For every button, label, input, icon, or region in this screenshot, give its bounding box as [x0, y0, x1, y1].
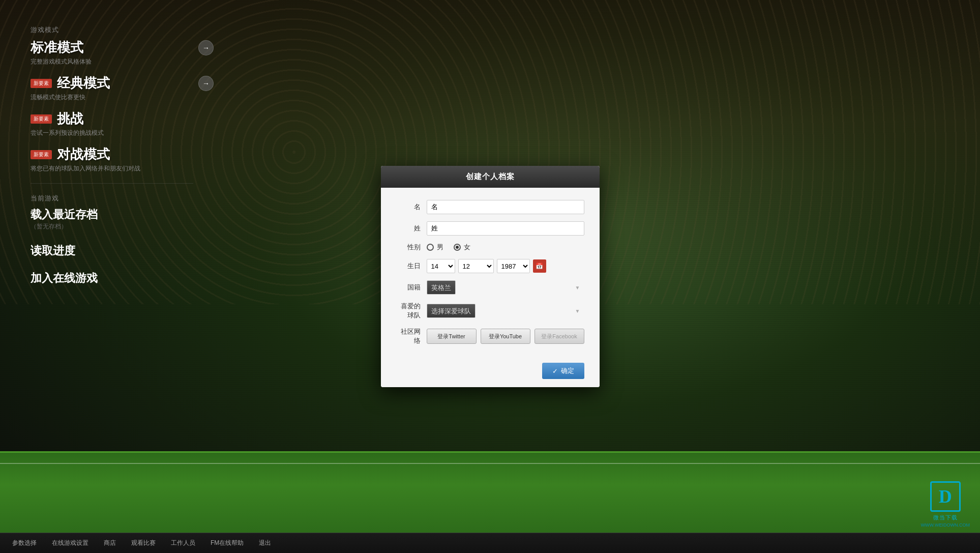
favorite-team-label: 喜爱的球队: [396, 302, 427, 320]
team-select-wrapper: 选择深爱球队: [427, 304, 584, 318]
country-label: 国籍: [396, 283, 427, 292]
last-name-input[interactable]: [427, 221, 584, 236]
country-select[interactable]: 英格兰: [427, 280, 456, 295]
gender-male-radio[interactable]: [427, 244, 434, 251]
gender-female-option[interactable]: 女: [454, 243, 470, 252]
modal-title: 创建个人档案: [381, 166, 600, 188]
country-row: 国籍 英格兰: [396, 280, 584, 295]
birth-day-select[interactable]: 14: [427, 259, 455, 273]
gender-options: 男 女: [427, 243, 470, 252]
team-select[interactable]: 选择深爱球队: [427, 304, 476, 318]
bottom-bar: 参数选择 在线游戏设置 商店 观看比赛 工作人员 FM在线帮助 退出: [0, 533, 980, 553]
birth-year-select[interactable]: 1987: [497, 259, 530, 273]
gender-male-option[interactable]: 男: [427, 243, 443, 252]
modal-footer: 确定: [381, 363, 600, 387]
favorite-team-row: 喜爱的球队 选择深爱球队: [396, 302, 584, 320]
bottom-btn-settings[interactable]: 参数选择: [5, 536, 44, 550]
calendar-button[interactable]: 📅: [533, 259, 546, 273]
gender-label: 性别: [396, 243, 427, 252]
modal-overlay: 创建个人档案 名 姓 性别 男: [0, 0, 980, 553]
bottom-btn-fm-help[interactable]: FM在线帮助: [203, 536, 251, 550]
birthdate-row: 生日 14 12 1987 📅: [396, 259, 584, 273]
create-profile-modal: 创建个人档案 名 姓 性别 男: [381, 166, 600, 387]
youtube-login-button[interactable]: 登录YouTube: [481, 329, 530, 344]
bottom-btn-staff[interactable]: 工作人员: [164, 536, 202, 550]
first-name-label: 名: [396, 202, 427, 212]
gender-row: 性别 男 女: [396, 243, 584, 252]
twitter-login-button[interactable]: 登录Twitter: [427, 329, 477, 344]
bottom-btn-shop[interactable]: 商店: [97, 536, 123, 550]
bottom-btn-exit[interactable]: 退出: [252, 536, 278, 550]
birthdate-controls: 14 12 1987 📅: [427, 259, 584, 273]
gender-male-label: 男: [437, 243, 443, 252]
modal-body: 名 姓 性别 男 女: [381, 188, 600, 363]
bottom-btn-online-settings[interactable]: 在线游戏设置: [45, 536, 96, 550]
last-name-row: 姓: [396, 221, 584, 236]
first-name-row: 名: [396, 200, 584, 214]
social-label: 社区网络: [396, 327, 427, 345]
social-buttons: 登录Twitter 登录YouTube 登录Facebook: [427, 329, 584, 344]
first-name-input[interactable]: [427, 200, 584, 214]
gender-female-label: 女: [464, 243, 470, 252]
calendar-icon: 📅: [536, 263, 543, 270]
last-name-label: 姓: [396, 224, 427, 233]
facebook-login-button[interactable]: 登录Facebook: [534, 329, 584, 344]
country-select-wrapper: 英格兰: [427, 280, 584, 295]
confirm-button[interactable]: 确定: [542, 363, 584, 379]
gender-female-radio[interactable]: [454, 244, 461, 251]
birthdate-label: 生日: [396, 261, 427, 271]
bottom-btn-watch[interactable]: 观看比赛: [124, 536, 163, 550]
social-row: 社区网络 登录Twitter 登录YouTube 登录Facebook: [396, 327, 584, 345]
birth-month-select[interactable]: 12: [458, 259, 494, 273]
